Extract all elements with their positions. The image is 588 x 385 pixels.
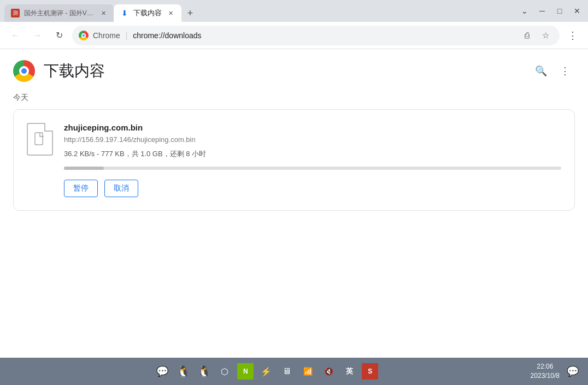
clock-date: 2023/10/8 bbox=[531, 371, 560, 381]
chrome-logo-inner bbox=[81, 33, 86, 38]
bluetooth-icon[interactable]: ⬡ bbox=[216, 363, 233, 380]
back-button[interactable]: ← bbox=[7, 27, 24, 44]
penguin-icon1[interactable]: 🐧 bbox=[175, 363, 191, 380]
search-icon[interactable]: 🔍 bbox=[531, 61, 551, 81]
section-label: 今天 bbox=[0, 82, 588, 109]
header-icons: 🔍 ⋮ bbox=[531, 61, 575, 81]
clock-time: 22:06 bbox=[531, 362, 560, 371]
app-icon-f[interactable]: ⚡ bbox=[258, 363, 274, 380]
tab-close-downloads[interactable]: ✕ bbox=[166, 9, 175, 17]
file-icon bbox=[27, 123, 53, 156]
address-text: Chrome | chrome://downloads bbox=[93, 31, 515, 40]
address-icons: ⎙ ☆ bbox=[519, 28, 553, 43]
cancel-button[interactable]: 取消 bbox=[104, 180, 138, 197]
chrome-logo-large bbox=[13, 60, 35, 82]
download-filename: zhujiceping.com.bin bbox=[64, 123, 561, 132]
progress-bar-container bbox=[64, 167, 561, 170]
svg-rect-0 bbox=[35, 133, 43, 145]
separator: | bbox=[126, 31, 128, 40]
tab-favicon-host: 測 bbox=[11, 9, 20, 17]
download-card: zhujiceping.com.bin http://156.59.197.14… bbox=[13, 109, 575, 211]
tab-label-host: 国外主机测评 - 国外VPS，国... bbox=[24, 9, 96, 18]
download-url: http://156.59.197.146/zhujiceping.com.bi… bbox=[64, 135, 561, 144]
minimize-button[interactable]: ─ bbox=[536, 4, 549, 17]
downloads-title-area: 下载内容 bbox=[13, 60, 105, 82]
pause-button[interactable]: 暂停 bbox=[64, 180, 98, 197]
tab-label-downloads: 下载内容 bbox=[133, 8, 162, 18]
title-bar: 測 国外主机测评 - 国外VPS，国... ✕ ⬇ 下载内容 ✕ + ⌄ ─ □… bbox=[0, 0, 588, 22]
taskbar-clock: 22:06 2023/10/8 bbox=[531, 362, 560, 381]
navigation-bar: ← → ↻ Chrome | chrome://downloads ⎙ ☆ ⋮ bbox=[0, 22, 588, 49]
close-button[interactable]: ✕ bbox=[571, 4, 584, 17]
chrome-logo-small bbox=[79, 31, 89, 40]
downloads-header: 下载内容 🔍 ⋮ bbox=[0, 49, 588, 82]
forward-button[interactable]: → bbox=[28, 27, 46, 44]
tab-downloads[interactable]: ⬇ 下载内容 ✕ bbox=[114, 4, 181, 22]
tab-favicon-downloads: ⬇ bbox=[120, 9, 129, 17]
wifi-icon[interactable]: 📶 bbox=[299, 363, 316, 380]
sound-icon[interactable]: 🔇 bbox=[320, 363, 337, 380]
progress-bar-fill bbox=[64, 167, 104, 170]
reload-button[interactable]: ↻ bbox=[50, 27, 68, 44]
more-options-button[interactable]: ⋮ bbox=[564, 27, 581, 44]
more-options-icon[interactable]: ⋮ bbox=[555, 61, 575, 81]
url-text: chrome://downloads bbox=[133, 31, 201, 40]
site-name: Chrome bbox=[93, 31, 120, 40]
page-wrapper: 下载内容 🔍 ⋮ zhujiceping.com 今天 zhujiceping.… bbox=[0, 49, 588, 358]
tab-strip: 測 国外主机测评 - 国外VPS，国... ✕ ⬇ 下载内容 ✕ + bbox=[0, 4, 514, 22]
wps-icon[interactable]: S bbox=[362, 363, 378, 380]
window-controls: ⌄ ─ □ ✕ bbox=[514, 4, 588, 22]
tab-close-host[interactable]: ✕ bbox=[100, 9, 107, 17]
downloads-page: 下载内容 🔍 ⋮ zhujiceping.com 今天 zhujiceping.… bbox=[0, 49, 588, 358]
file-icon-svg bbox=[34, 132, 45, 146]
download-speed: 36.2 KB/s - 777 KB，共 1.0 GB，还剩 8 小时 bbox=[64, 149, 561, 159]
notification-icon[interactable]: 💬 bbox=[564, 363, 581, 380]
penguin-icon2[interactable]: 🐧 bbox=[196, 363, 212, 380]
download-info: zhujiceping.com.bin http://156.59.197.14… bbox=[64, 123, 561, 197]
share-icon[interactable]: ⎙ bbox=[519, 28, 534, 43]
taskbar: 💬 🐧 🐧 ⬡ N ⚡ 🖥 📶 🔇 英 S 22:06 2023/10/8 💬 bbox=[0, 358, 588, 385]
display-icon[interactable]: 🖥 bbox=[279, 363, 295, 380]
lang-icon[interactable]: 英 bbox=[341, 363, 357, 380]
download-actions: 暂停 取消 bbox=[64, 180, 561, 197]
taskbar-icons: 💬 🐧 🐧 ⬡ N ⚡ 🖥 📶 🔇 英 S bbox=[7, 363, 526, 380]
bookmark-icon[interactable]: ☆ bbox=[538, 28, 553, 43]
chrome-logo-large-inner bbox=[19, 66, 29, 76]
new-tab-button[interactable]: + bbox=[181, 4, 199, 22]
nvidia-icon[interactable]: N bbox=[237, 363, 254, 380]
tab-host-review[interactable]: 測 国外主机测评 - 国外VPS，国... ✕ bbox=[4, 4, 114, 22]
address-bar[interactable]: Chrome | chrome://downloads ⎙ ☆ bbox=[72, 26, 560, 45]
maximize-button[interactable]: □ bbox=[553, 4, 566, 17]
page-title: 下载内容 bbox=[44, 61, 105, 81]
wechat-icon[interactable]: 💬 bbox=[154, 363, 170, 380]
chevron-button[interactable]: ⌄ bbox=[518, 4, 531, 17]
